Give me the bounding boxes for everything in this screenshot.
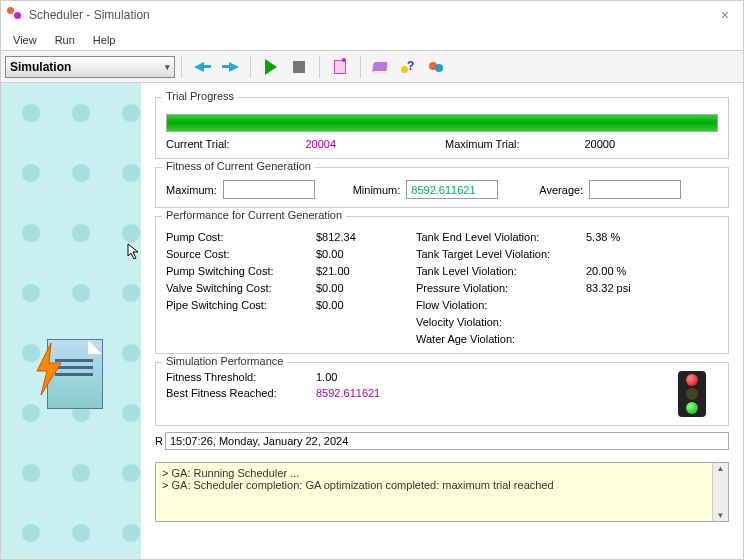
pump-cost-label: Pump Cost: [166,231,316,243]
fitness-max-value [223,180,315,199]
pipe-sw-value: $0.00 [316,299,416,311]
play-icon [265,59,277,75]
best-fitness-label: Best Fitness Reached: [166,387,316,399]
performance-group: Performance for Current Generation Pump … [155,216,729,354]
separator [319,56,320,78]
flow-label: Flow Violation: [416,299,586,311]
menu-run[interactable]: Run [47,32,83,48]
titlebar: Scheduler - Simulation × [1,1,743,29]
pressure-value: 83.32 psi [586,282,666,294]
book-button[interactable] [369,55,393,79]
waterage-value [586,333,666,345]
fitness-threshold-label: Fitness Threshold: [166,371,316,383]
run-button[interactable] [259,55,283,79]
fitness-min-label: Minimum: [353,184,401,196]
toolbar: Simulation [1,51,743,83]
sidebar [1,83,141,559]
pump-cost-value: $812.34 [316,231,416,243]
scroll-down-icon[interactable]: ▼ [716,510,726,521]
document-icon [37,333,105,413]
book-icon [373,59,389,75]
sim-performance-group: Simulation Performance Fitness Threshold… [155,362,729,426]
source-cost-label: Source Cost: [166,248,316,260]
pipe-sw-label: Pipe Switching Cost: [166,299,316,311]
timestamp-value: 15:07:26, Monday, January 22, 2024 [165,432,729,450]
max-trial-value: 20000 [585,138,616,150]
tank-target-value [586,248,666,260]
tank-target-label: Tank Target Level Violation: [416,248,586,260]
separator [181,56,182,78]
fitness-avg-label: Average: [539,184,583,196]
settings-button[interactable] [425,55,449,79]
scroll-up-icon[interactable]: ▲ [716,463,726,474]
fitness-title: Fitness of Current Generation [162,160,315,172]
menubar: View Run Help [1,29,743,51]
menu-help[interactable]: Help [85,32,124,48]
help-icon [401,59,417,75]
close-icon[interactable]: × [713,7,737,23]
timestamp-prefix: R [155,435,165,447]
mode-dropdown[interactable]: Simulation [5,56,175,78]
tank-end-value: 5.38 % [586,231,666,243]
timestamp-row: R 15:07:26, Monday, January 22, 2024 [155,432,729,450]
gear-icon [429,59,445,75]
sim-performance-title: Simulation Performance [162,355,287,367]
tank-end-label: Tank End Level Violation: [416,231,586,243]
fitness-max-label: Maximum: [166,184,217,196]
log-line: GA: Running Scheduler ... [162,467,722,479]
log-panel: GA: Running Scheduler ... GA: Scheduler … [155,462,729,522]
app-icon [7,7,23,23]
trial-progress-group: Trial Progress Current Trial: 20004 Maxi… [155,97,729,159]
fitness-min-value: 8592.611621 [406,180,498,199]
back-button[interactable] [190,55,214,79]
options-icon [332,59,348,75]
current-trial-label: Current Trial: [166,138,230,150]
log-line: GA: Scheduler completion: GA optimizatio… [162,479,722,491]
lightning-icon [33,343,65,395]
pressure-label: Pressure Violation: [416,282,586,294]
valve-sw-value: $0.00 [316,282,416,294]
waterage-label: Water Age Violation: [416,333,586,345]
scrollbar[interactable]: ▲▼ [712,463,728,521]
window-title: Scheduler - Simulation [29,8,713,22]
menu-view[interactable]: View [5,32,45,48]
options-button[interactable] [328,55,352,79]
main-panel: Trial Progress Current Trial: 20004 Maxi… [141,83,743,559]
progress-bar [166,114,718,132]
separator [250,56,251,78]
performance-title: Performance for Current Generation [162,209,346,221]
source-cost-value: $0.00 [316,248,416,260]
forward-button[interactable] [218,55,242,79]
current-trial-value: 20004 [306,138,337,150]
valve-sw-label: Valve Switching Cost: [166,282,316,294]
fitness-group: Fitness of Current Generation Maximum: M… [155,167,729,208]
mode-dropdown-label: Simulation [10,60,71,74]
best-fitness-value: 8592.611621 [316,387,436,399]
pump-sw-value: $21.00 [316,265,416,277]
max-trial-label: Maximum Trial: [445,138,520,150]
stop-button[interactable] [287,55,311,79]
traffic-light-icon [678,371,706,417]
flow-value [586,299,666,311]
velocity-label: Velocity Violation: [416,316,586,328]
fitness-threshold-value: 1.00 [316,371,436,383]
trial-progress-title: Trial Progress [162,90,238,102]
pump-sw-label: Pump Switching Cost: [166,265,316,277]
stop-icon [293,61,305,73]
separator [360,56,361,78]
velocity-value [586,316,666,328]
arrow-right-icon [229,62,239,72]
workarea: Trial Progress Current Trial: 20004 Maxi… [1,83,743,559]
tank-level-value: 20.00 % [586,265,666,277]
tank-level-label: Tank Level Violation: [416,265,586,277]
fitness-avg-value [589,180,681,199]
help-button[interactable] [397,55,421,79]
app-window: Scheduler - Simulation × View Run Help S… [0,0,744,560]
